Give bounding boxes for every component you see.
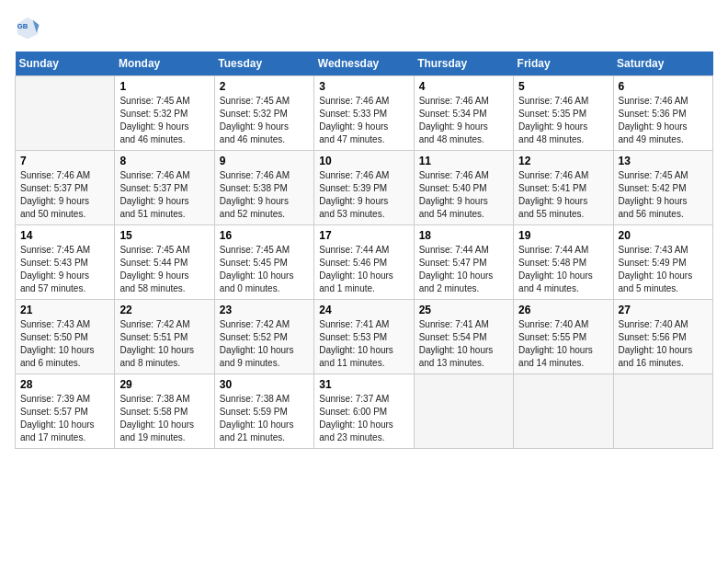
- calendar-table: SundayMondayTuesdayWednesdayThursdayFrid…: [15, 52, 713, 449]
- day-number: 26: [518, 304, 608, 316]
- day-number: 12: [518, 155, 608, 167]
- day-info: Sunrise: 7:42 AM Sunset: 5:52 PM Dayligh…: [220, 318, 309, 370]
- day-info: Sunrise: 7:38 AM Sunset: 5:59 PM Dayligh…: [220, 393, 309, 444]
- calendar-week-3: 14Sunrise: 7:45 AM Sunset: 5:43 PM Dayli…: [16, 225, 713, 300]
- calendar-week-4: 21Sunrise: 7:43 AM Sunset: 5:50 PM Dayli…: [16, 300, 713, 374]
- day-info: Sunrise: 7:40 AM Sunset: 5:55 PM Dayligh…: [518, 318, 608, 370]
- calendar-cell: 9Sunrise: 7:46 AM Sunset: 5:38 PM Daylig…: [214, 151, 313, 225]
- calendar-cell: 28Sunrise: 7:39 AM Sunset: 5:57 PM Dayli…: [16, 374, 115, 449]
- day-info: Sunrise: 7:42 AM Sunset: 5:51 PM Dayligh…: [119, 318, 209, 370]
- day-number: 8: [119, 155, 209, 167]
- day-header-friday: Friday: [514, 52, 613, 76]
- day-number: 14: [20, 229, 109, 242]
- day-info: Sunrise: 7:46 AM Sunset: 5:34 PM Dayligh…: [419, 95, 508, 146]
- day-info: Sunrise: 7:44 AM Sunset: 5:48 PM Dayligh…: [518, 244, 608, 295]
- day-info: Sunrise: 7:40 AM Sunset: 5:56 PM Dayligh…: [619, 318, 708, 370]
- calendar-cell: 26Sunrise: 7:40 AM Sunset: 5:55 PM Dayli…: [514, 300, 613, 374]
- day-number: 30: [220, 378, 309, 391]
- calendar-cell: 8Sunrise: 7:46 AM Sunset: 5:37 PM Daylig…: [115, 151, 214, 225]
- calendar-cell: [514, 374, 613, 449]
- calendar-cell: [613, 374, 712, 449]
- day-number: 3: [319, 80, 408, 93]
- day-info: Sunrise: 7:41 AM Sunset: 5:54 PM Dayligh…: [419, 318, 508, 370]
- day-info: Sunrise: 7:46 AM Sunset: 5:41 PM Dayligh…: [518, 169, 608, 221]
- day-number: 18: [419, 229, 508, 242]
- day-number: 7: [20, 155, 109, 167]
- page-header: GB: [15, 15, 713, 40]
- day-number: 2: [220, 80, 309, 93]
- day-info: Sunrise: 7:37 AM Sunset: 6:00 PM Dayligh…: [319, 393, 408, 444]
- svg-text:GB: GB: [17, 22, 28, 30]
- day-number: 24: [319, 304, 408, 316]
- calendar-cell: 3Sunrise: 7:46 AM Sunset: 5:33 PM Daylig…: [314, 76, 414, 151]
- day-number: 27: [619, 304, 708, 316]
- logo: GB: [15, 15, 44, 40]
- day-number: 10: [319, 155, 408, 167]
- day-info: Sunrise: 7:46 AM Sunset: 5:33 PM Dayligh…: [319, 95, 408, 146]
- day-header-tuesday: Tuesday: [214, 52, 313, 76]
- day-info: Sunrise: 7:46 AM Sunset: 5:38 PM Dayligh…: [220, 169, 309, 221]
- calendar-cell: 30Sunrise: 7:38 AM Sunset: 5:59 PM Dayli…: [214, 374, 313, 449]
- day-header-monday: Monday: [115, 52, 214, 76]
- calendar-cell: 25Sunrise: 7:41 AM Sunset: 5:54 PM Dayli…: [414, 300, 513, 374]
- day-header-wednesday: Wednesday: [314, 52, 414, 76]
- calendar-cell: 13Sunrise: 7:45 AM Sunset: 5:42 PM Dayli…: [613, 151, 712, 225]
- day-number: 20: [619, 229, 708, 242]
- calendar-cell: 18Sunrise: 7:44 AM Sunset: 5:47 PM Dayli…: [414, 225, 513, 300]
- day-number: 4: [419, 80, 508, 93]
- day-number: 21: [20, 304, 109, 316]
- day-number: 31: [319, 378, 408, 391]
- day-number: 1: [119, 80, 209, 93]
- day-info: Sunrise: 7:45 AM Sunset: 5:44 PM Dayligh…: [119, 244, 209, 295]
- calendar-cell: 4Sunrise: 7:46 AM Sunset: 5:34 PM Daylig…: [414, 76, 513, 151]
- calendar-cell: 19Sunrise: 7:44 AM Sunset: 5:48 PM Dayli…: [514, 225, 613, 300]
- calendar-week-5: 28Sunrise: 7:39 AM Sunset: 5:57 PM Dayli…: [16, 374, 713, 449]
- calendar-cell: [16, 76, 115, 151]
- calendar-cell: 31Sunrise: 7:37 AM Sunset: 6:00 PM Dayli…: [314, 374, 414, 449]
- calendar-cell: 16Sunrise: 7:45 AM Sunset: 5:45 PM Dayli…: [214, 225, 313, 300]
- calendar-cell: 20Sunrise: 7:43 AM Sunset: 5:49 PM Dayli…: [613, 225, 712, 300]
- day-info: Sunrise: 7:44 AM Sunset: 5:46 PM Dayligh…: [319, 244, 408, 295]
- calendar-cell: 11Sunrise: 7:46 AM Sunset: 5:40 PM Dayli…: [414, 151, 513, 225]
- day-info: Sunrise: 7:43 AM Sunset: 5:50 PM Dayligh…: [20, 318, 109, 370]
- day-number: 25: [419, 304, 508, 316]
- day-number: 23: [220, 304, 309, 316]
- calendar-cell: 21Sunrise: 7:43 AM Sunset: 5:50 PM Dayli…: [16, 300, 115, 374]
- day-info: Sunrise: 7:45 AM Sunset: 5:45 PM Dayligh…: [220, 244, 309, 295]
- calendar-week-1: 1Sunrise: 7:45 AM Sunset: 5:32 PM Daylig…: [16, 76, 713, 151]
- day-info: Sunrise: 7:39 AM Sunset: 5:57 PM Dayligh…: [20, 393, 109, 444]
- calendar-cell: 17Sunrise: 7:44 AM Sunset: 5:46 PM Dayli…: [314, 225, 414, 300]
- day-info: Sunrise: 7:46 AM Sunset: 5:39 PM Dayligh…: [319, 169, 408, 221]
- day-number: 16: [220, 229, 309, 242]
- calendar-cell: 15Sunrise: 7:45 AM Sunset: 5:44 PM Dayli…: [115, 225, 214, 300]
- day-info: Sunrise: 7:38 AM Sunset: 5:58 PM Dayligh…: [119, 393, 209, 444]
- day-info: Sunrise: 7:45 AM Sunset: 5:43 PM Dayligh…: [20, 244, 109, 295]
- calendar-cell: 24Sunrise: 7:41 AM Sunset: 5:53 PM Dayli…: [314, 300, 414, 374]
- day-number: 11: [419, 155, 508, 167]
- calendar-cell: 6Sunrise: 7:46 AM Sunset: 5:36 PM Daylig…: [613, 76, 712, 151]
- logo-icon: GB: [15, 15, 40, 40]
- calendar-cell: 1Sunrise: 7:45 AM Sunset: 5:32 PM Daylig…: [115, 76, 214, 151]
- day-number: 9: [220, 155, 309, 167]
- calendar-cell: 2Sunrise: 7:45 AM Sunset: 5:32 PM Daylig…: [214, 76, 313, 151]
- day-info: Sunrise: 7:46 AM Sunset: 5:35 PM Dayligh…: [518, 95, 608, 146]
- calendar-cell: 29Sunrise: 7:38 AM Sunset: 5:58 PM Dayli…: [115, 374, 214, 449]
- day-info: Sunrise: 7:45 AM Sunset: 5:42 PM Dayligh…: [619, 169, 708, 221]
- day-header-saturday: Saturday: [613, 52, 712, 76]
- day-info: Sunrise: 7:41 AM Sunset: 5:53 PM Dayligh…: [319, 318, 408, 370]
- day-number: 29: [119, 378, 209, 391]
- calendar-cell: 12Sunrise: 7:46 AM Sunset: 5:41 PM Dayli…: [514, 151, 613, 225]
- day-number: 22: [119, 304, 209, 316]
- day-info: Sunrise: 7:45 AM Sunset: 5:32 PM Dayligh…: [119, 95, 209, 146]
- day-header-thursday: Thursday: [414, 52, 513, 76]
- calendar-cell: 5Sunrise: 7:46 AM Sunset: 5:35 PM Daylig…: [514, 76, 613, 151]
- calendar-header-row: SundayMondayTuesdayWednesdayThursdayFrid…: [16, 52, 713, 76]
- day-info: Sunrise: 7:46 AM Sunset: 5:36 PM Dayligh…: [619, 95, 708, 146]
- calendar-cell: 14Sunrise: 7:45 AM Sunset: 5:43 PM Dayli…: [16, 225, 115, 300]
- day-info: Sunrise: 7:45 AM Sunset: 5:32 PM Dayligh…: [220, 95, 309, 146]
- day-info: Sunrise: 7:43 AM Sunset: 5:49 PM Dayligh…: [619, 244, 708, 295]
- day-number: 6: [619, 80, 708, 93]
- day-info: Sunrise: 7:46 AM Sunset: 5:37 PM Dayligh…: [20, 169, 109, 221]
- calendar-cell: 22Sunrise: 7:42 AM Sunset: 5:51 PM Dayli…: [115, 300, 214, 374]
- calendar-cell: 7Sunrise: 7:46 AM Sunset: 5:37 PM Daylig…: [16, 151, 115, 225]
